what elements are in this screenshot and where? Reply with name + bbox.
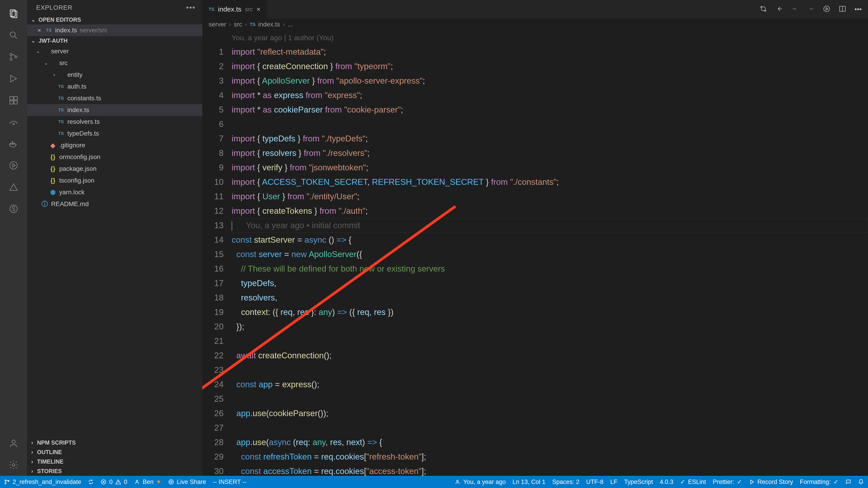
tree-file[interactable]: TSresolvers.ts (27, 116, 202, 128)
sidebar-more-icon[interactable]: ••• (186, 3, 195, 12)
section-open-editors[interactable]: ⌄OPEN EDITORS (27, 15, 202, 24)
more-icon[interactable]: ••• (855, 5, 862, 13)
tree-file[interactable]: {}ormconfig.json (27, 151, 202, 163)
status-prettier[interactable]: Prettier:✓ (713, 478, 742, 486)
tree-item-label: resolvers.ts (67, 118, 100, 125)
status-live-share[interactable]: Live Share (168, 479, 206, 486)
section-outline-label: OUTLINE (37, 449, 62, 455)
status-pos-label: Ln 13, Col 1 (513, 479, 546, 486)
status-language[interactable]: TypeScript (624, 479, 653, 486)
breadcrumb-item[interactable]: src (234, 21, 242, 28)
source-control-icon[interactable] (7, 50, 20, 64)
play-circle-icon[interactable] (7, 159, 20, 172)
code-content[interactable]: You, a year ago | 1 author (You)import "… (232, 30, 868, 476)
tab-filename: index.ts (218, 5, 241, 13)
tree-file[interactable]: TSindex.ts (27, 104, 202, 116)
run-icon[interactable] (7, 72, 20, 86)
svg-point-23 (824, 6, 830, 12)
status-sync[interactable] (88, 479, 94, 485)
tree-item-label: yarn.lock (59, 189, 85, 196)
section-open-editors-label: OPEN EDITORS (38, 17, 81, 23)
tree-folder[interactable]: ›entity (27, 69, 202, 80)
status-spaces[interactable]: Spaces: 2 (552, 479, 579, 486)
status-version-label: 4.0.3 (660, 479, 673, 486)
status-record-story[interactable]: Record Story (749, 479, 793, 486)
activity-bar (0, 0, 27, 476)
breadcrumb-item[interactable]: server (209, 21, 226, 28)
chevron-right-icon: › (52, 72, 57, 78)
account-icon[interactable] (7, 436, 20, 450)
breadcrumb-item[interactable]: ... (287, 21, 293, 28)
triangle-icon[interactable] (7, 180, 20, 194)
run-file-icon[interactable] (823, 5, 831, 13)
svg-point-19 (761, 6, 762, 8)
status-blame[interactable]: You, a year ago (455, 479, 506, 486)
nav-fwd-icon[interactable] (807, 5, 815, 13)
status-record-label: Record Story (757, 479, 793, 486)
section-stories-label: STORIES (37, 468, 62, 475)
nav-back-icon[interactable] (775, 5, 783, 13)
sidebar-title: EXPLORER ••• (27, 0, 202, 15)
svg-point-18 (12, 464, 15, 466)
svg-point-26 (5, 480, 6, 481)
section-npm-scripts[interactable]: ›NPM SCRIPTS (27, 438, 202, 447)
section-project[interactable]: ⌄JWT-AUTH (27, 36, 202, 45)
tree-file[interactable]: {}package.json (27, 163, 202, 175)
status-cursor-pos[interactable]: Ln 13, Col 1 (513, 479, 546, 486)
json-file-icon: {} (49, 153, 57, 161)
git-file-icon: ◆ (49, 142, 57, 149)
close-icon[interactable]: × (256, 5, 260, 13)
split-editor-icon[interactable] (839, 5, 846, 13)
status-bell-icon[interactable] (858, 479, 864, 485)
breadcrumb-item[interactable]: index.ts (258, 21, 280, 28)
tree-file[interactable]: TSauth.ts (27, 80, 202, 92)
settings-gear-icon[interactable] (7, 458, 20, 472)
status-eol[interactable]: LF (610, 479, 618, 486)
docker-icon[interactable] (7, 137, 20, 151)
explorer-icon[interactable] (7, 7, 20, 20)
tree-file[interactable]: TSconstants.ts (27, 92, 202, 104)
json-file-icon: {} (49, 165, 57, 172)
section-outline[interactable]: ›OUTLINE (27, 447, 202, 457)
code-editor[interactable]: 1234567891011121314151617181920212223242… (202, 30, 868, 476)
status-eslint-label: ESLint (688, 479, 706, 486)
open-editor-item[interactable]: × TS index.ts server/src (27, 24, 202, 36)
tree-folder[interactable]: ⌄src (27, 57, 202, 69)
tree-file[interactable]: TStypeDefs.ts (27, 128, 202, 139)
status-vim-mode: -- INSERT -- (213, 479, 246, 486)
letter-s-icon[interactable] (7, 202, 20, 216)
remote-explorer-icon[interactable] (7, 115, 20, 129)
tab-index-ts[interactable]: TS index.ts src × (202, 0, 267, 19)
section-stories[interactable]: ›STORIES (27, 466, 202, 476)
section-timeline[interactable]: ›TIMELINE (27, 457, 202, 466)
status-encoding[interactable]: UTF-8 (586, 479, 603, 486)
status-problems[interactable]: 0 0 (101, 479, 127, 486)
extensions-icon[interactable] (7, 94, 20, 107)
svg-point-4 (10, 58, 12, 60)
tree-file[interactable]: ⬢yarn.lock (27, 186, 202, 198)
status-ts-version[interactable]: 4.0.3 (660, 479, 673, 486)
ts-file-icon: TS (57, 84, 65, 89)
close-icon[interactable]: × (36, 27, 42, 34)
tree-file[interactable]: ◆.gitignore (27, 139, 202, 151)
tree-item-label: .gitignore (59, 142, 85, 149)
git-compare-icon[interactable] (760, 5, 767, 13)
svg-point-17 (12, 440, 16, 443)
tree-item-label: index.ts (67, 106, 89, 113)
status-vim-label: -- INSERT -- (213, 479, 246, 486)
tree-file[interactable]: ⓘREADME.md (27, 198, 202, 210)
status-formatting[interactable]: Formatting:✓ (800, 478, 839, 486)
breadcrumbs[interactable]: server› src› TS index.ts› ... (202, 19, 868, 30)
search-icon[interactable] (7, 29, 20, 42)
status-feedback-icon[interactable] (845, 479, 851, 485)
tree-file[interactable]: {}tsconfig.json (27, 175, 202, 186)
nav-dash-icon[interactable] (791, 5, 799, 13)
tree-folder[interactable]: ⌄server (27, 45, 202, 57)
status-branch[interactable]: 2_refresh_and_invalidate (4, 479, 81, 486)
ts-file-icon: TS (57, 96, 65, 101)
svg-rect-6 (10, 97, 13, 100)
status-user[interactable]: Ben✦ (134, 478, 161, 486)
svg-point-21 (795, 8, 796, 9)
section-npm-label: NPM SCRIPTS (37, 440, 76, 446)
status-eslint[interactable]: ✓ESLint (680, 478, 706, 486)
